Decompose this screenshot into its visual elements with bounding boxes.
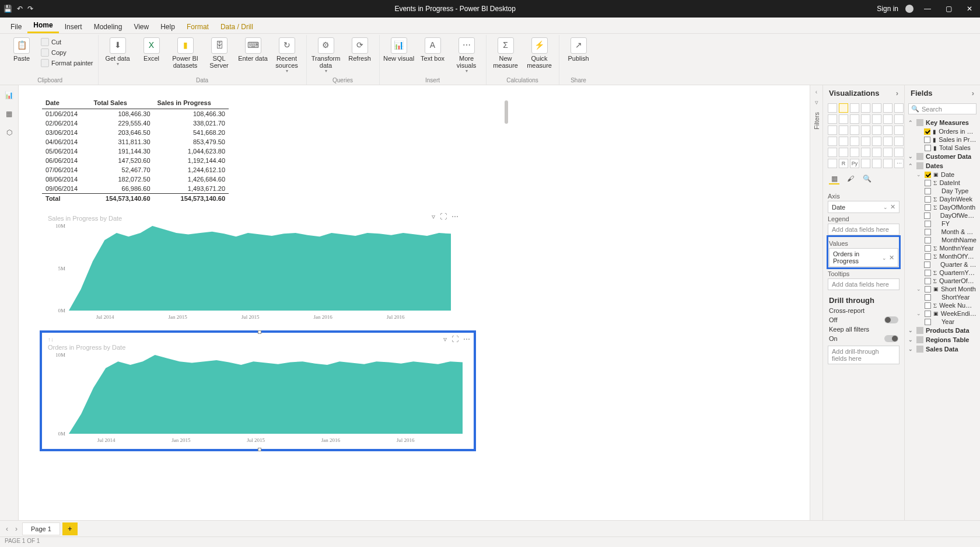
- table-row[interactable]: 05/06/2014191,144.301,044,623.80: [42, 147, 229, 156]
- minimize-icon[interactable]: —: [921, 5, 935, 13]
- checkbox[interactable]: [925, 294, 931, 301]
- viz-type-button[interactable]: [883, 103, 892, 113]
- redo-icon[interactable]: ↷: [27, 5, 33, 13]
- field-node[interactable]: FY: [908, 220, 977, 228]
- chevron-right-icon[interactable]: ›: [972, 89, 974, 97]
- table-header[interactable]: Date: [42, 97, 90, 109]
- field-node[interactable]: Quarter & Y…: [908, 260, 977, 269]
- pbi-datasets-button[interactable]: ▮Power BI datasets: [170, 35, 201, 69]
- viz-type-button[interactable]: [894, 126, 904, 135]
- data-view-icon[interactable]: ▦: [4, 109, 15, 119]
- orders-chart-visual[interactable]: ▿ ⛶ ⋯ ↑↓ Orders in Progress by Date 0M10…: [42, 333, 474, 449]
- format-tab-icon[interactable]: 🖌: [845, 174, 856, 184]
- analytics-tab-icon[interactable]: 🔍: [862, 174, 872, 184]
- tab-view[interactable]: View: [128, 20, 155, 33]
- field-node[interactable]: ⌄▣WeekEnding: [908, 309, 977, 318]
- viz-type-button[interactable]: [894, 137, 904, 146]
- field-node[interactable]: ΣWeek Num…: [908, 301, 977, 309]
- sql-server-button[interactable]: 🗄SQL Server: [204, 35, 235, 69]
- field-node[interactable]: ▮Sales in Pro…: [908, 135, 977, 144]
- table-node[interactable]: ⌄Products Data: [908, 326, 977, 335]
- checkbox[interactable]: [925, 229, 931, 235]
- resize-handle[interactable]: [258, 448, 261, 451]
- copy-button[interactable]: Copy: [40, 48, 94, 57]
- field-node[interactable]: Day Type: [908, 187, 977, 195]
- fields-tab-icon[interactable]: ▦: [829, 174, 839, 184]
- field-node[interactable]: ΣDayInWeek: [908, 195, 977, 203]
- table-row[interactable]: 08/06/2014182,072.501,426,684.60: [42, 175, 229, 184]
- resize-handle[interactable]: [258, 330, 261, 334]
- report-canvas[interactable]: DateTotal SalesSales in Progress 01/06/2…: [19, 85, 810, 520]
- excel-button[interactable]: XExcel: [136, 35, 167, 62]
- checkbox[interactable]: [925, 188, 931, 194]
- table-row[interactable]: 06/06/2014147,520.601,192,144.40: [42, 156, 229, 165]
- filter-icon[interactable]: ▿: [443, 335, 447, 343]
- get-data-button[interactable]: ⬇Get data▾: [102, 35, 134, 67]
- viz-type-button[interactable]: [828, 148, 837, 157]
- table-header[interactable]: Total Sales: [90, 97, 154, 109]
- checkbox[interactable]: [925, 302, 931, 309]
- viz-type-button[interactable]: [872, 103, 881, 113]
- more-visuals-button[interactable]: ⋯More visuals▾: [451, 35, 482, 74]
- text-box-button[interactable]: AText box: [417, 35, 449, 62]
- cross-report-toggle[interactable]: [884, 316, 898, 323]
- viz-type-button[interactable]: [828, 159, 837, 168]
- viz-type-button[interactable]: [861, 126, 870, 135]
- publish-button[interactable]: ↗Publish: [563, 35, 594, 62]
- filters-pane-collapsed[interactable]: ‹ ▿ Filters: [810, 85, 822, 520]
- enter-data-button[interactable]: ⌨Enter data: [237, 35, 269, 62]
- viz-type-button[interactable]: [850, 126, 859, 135]
- checkbox[interactable]: [925, 253, 931, 260]
- fields-search[interactable]: 🔍 Search: [908, 103, 977, 114]
- report-view-icon[interactable]: 📊: [4, 90, 15, 100]
- table-node[interactable]: ⌃Key Measures: [908, 118, 977, 127]
- field-node[interactable]: ⌄▣Short Month: [908, 285, 977, 293]
- field-node[interactable]: DayOfWeek…: [908, 211, 977, 220]
- viz-type-button[interactable]: [872, 148, 881, 157]
- save-icon[interactable]: 💾: [4, 5, 12, 13]
- viz-type-button[interactable]: [828, 126, 837, 135]
- checkbox[interactable]: [924, 262, 930, 268]
- viz-type-button[interactable]: [883, 159, 892, 168]
- viz-type-button[interactable]: [872, 126, 881, 135]
- format-painter-button[interactable]: Format painter: [40, 58, 94, 68]
- checkbox[interactable]: [924, 128, 930, 135]
- viz-type-button[interactable]: [850, 137, 859, 146]
- focus-icon[interactable]: ⛶: [440, 212, 447, 221]
- table-node[interactable]: ⌃Dates: [908, 161, 977, 170]
- add-page-button[interactable]: +: [62, 522, 78, 535]
- viz-type-button[interactable]: [828, 137, 837, 146]
- checkbox[interactable]: [925, 172, 931, 178]
- checkbox[interactable]: [925, 311, 931, 317]
- chevron-right-icon[interactable]: ›: [896, 89, 898, 97]
- viz-type-button[interactable]: [850, 114, 859, 124]
- viz-type-button[interactable]: [894, 103, 904, 113]
- table-row[interactable]: 04/06/2014311,811.30853,479.50: [42, 137, 229, 147]
- page-tab[interactable]: Page 1: [22, 522, 60, 535]
- remove-icon[interactable]: ✕: [889, 254, 894, 261]
- quick-measure-button[interactable]: ⚡Quick measure: [524, 35, 555, 69]
- tab-insert[interactable]: Insert: [59, 20, 88, 33]
- drillthrough-well[interactable]: Add drill-through fields here: [828, 346, 900, 364]
- checkbox[interactable]: [925, 270, 931, 276]
- viz-type-button[interactable]: [861, 103, 870, 113]
- field-node[interactable]: ▮Total Sales: [908, 144, 977, 152]
- viz-type-button[interactable]: [839, 126, 848, 135]
- field-node[interactable]: ΣMonthOfYear: [908, 252, 977, 260]
- field-node[interactable]: ΣQuarterOfY…: [908, 277, 977, 285]
- viz-type-button[interactable]: [894, 148, 904, 157]
- tab-modeling[interactable]: Modeling: [88, 20, 128, 33]
- field-node[interactable]: ⌄▣Date: [908, 170, 977, 179]
- tab-home[interactable]: Home: [27, 19, 58, 33]
- viz-type-button[interactable]: [839, 137, 848, 146]
- checkbox[interactable]: [925, 319, 931, 325]
- table-row[interactable]: 02/06/2014229,555.40338,021.70: [42, 119, 229, 128]
- model-view-icon[interactable]: ⬡: [4, 127, 15, 138]
- remove-icon[interactable]: ✕: [890, 203, 895, 210]
- tab-help[interactable]: Help: [155, 20, 181, 33]
- table-node[interactable]: ⌄Regions Table: [908, 335, 977, 344]
- checkbox[interactable]: [925, 145, 931, 151]
- tab-format[interactable]: Format: [181, 20, 215, 33]
- viz-type-button[interactable]: [883, 148, 892, 157]
- field-node[interactable]: ShortYear: [908, 293, 977, 301]
